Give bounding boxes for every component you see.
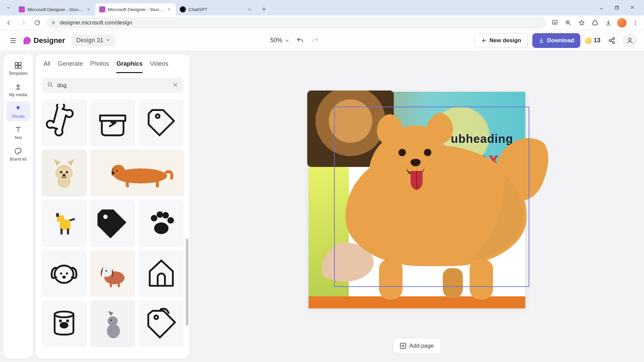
result-dog-house-outline[interactable] [139, 250, 184, 297]
tab-title: Microsoft Designer - Stunning [108, 7, 164, 12]
address-bar[interactable]: designer.microsoft.com/design [46, 17, 546, 28]
plus-icon [481, 38, 487, 44]
account-button[interactable] [623, 34, 637, 47]
result-dog-food-can-outline[interactable] [42, 300, 87, 347]
credits-counter[interactable]: 13 [585, 37, 600, 44]
svg-rect-14 [18, 66, 21, 68]
bottom-strip[interactable] [309, 296, 525, 308]
scrollbar-thumb[interactable] [186, 239, 189, 326]
svg-point-23 [111, 165, 125, 178]
svg-point-39 [55, 265, 73, 283]
new-design-button[interactable]: New design [474, 33, 527, 48]
canvas-area[interactable]: ubheading text [190, 51, 644, 362]
search-input[interactable] [57, 82, 169, 89]
extensions-icon[interactable] [590, 18, 600, 27]
chevron-down-icon [105, 37, 111, 44]
svg-point-40 [60, 273, 62, 275]
clear-search-icon[interactable] [172, 82, 178, 89]
rail-item-mymedia[interactable]: My media [6, 80, 30, 100]
result-price-tag-outline[interactable] [139, 99, 184, 146]
tabs-dropdown-button[interactable] [4, 3, 13, 12]
redo-button[interactable] [311, 36, 319, 45]
result-paw-print-solid[interactable] [139, 200, 184, 247]
panel-tab-all[interactable]: All [44, 60, 50, 73]
close-tab-icon[interactable] [86, 7, 91, 12]
forward-button[interactable] [18, 18, 28, 28]
design-name-dropdown[interactable]: Design 31 [72, 35, 115, 46]
text-icon [14, 125, 22, 134]
browser-menu-icon[interactable] [631, 18, 640, 27]
svg-rect-1 [615, 6, 618, 9]
rail-item-visuals[interactable]: Visuals [6, 101, 30, 121]
selection-outline[interactable] [334, 107, 529, 287]
rail-item-label: Brand kit [10, 157, 26, 162]
mymedia-icon [14, 82, 22, 91]
svg-rect-31 [61, 229, 63, 234]
result-beagle[interactable] [90, 250, 136, 297]
back-button[interactable] [4, 18, 14, 28]
designer-logo[interactable]: Designer [23, 36, 65, 45]
svg-point-15 [48, 82, 51, 86]
svg-point-16 [156, 114, 160, 118]
panel-tab-generate[interactable]: Generate [58, 60, 83, 73]
window-maximize-button[interactable] [609, 2, 625, 13]
reload-button[interactable] [32, 18, 42, 28]
result-dachshund[interactable] [90, 149, 184, 196]
close-tab-icon[interactable] [247, 7, 252, 12]
result-price-tag-outline-alt[interactable] [139, 300, 184, 347]
svg-rect-27 [156, 180, 159, 187]
download-label: Download [547, 37, 574, 44]
install-app-icon[interactable] [550, 18, 559, 27]
undo-button[interactable] [296, 36, 305, 45]
rail-item-text[interactable]: Text [6, 123, 30, 143]
close-tab-icon[interactable] [166, 7, 172, 12]
svg-point-33 [103, 215, 108, 219]
add-page-button[interactable]: Add page [393, 338, 441, 354]
panel-tab-videos[interactable]: Videos [150, 60, 168, 73]
result-small-dog-yellow[interactable] [42, 200, 87, 247]
result-sitting-dog-gray[interactable] [90, 300, 136, 347]
svg-point-24 [116, 170, 117, 171]
downloads-icon[interactable] [604, 18, 613, 27]
browser-tab[interactable]: Microsoft Designer - Stunning [15, 3, 95, 15]
share-button[interactable] [605, 34, 619, 47]
add-page-label: Add page [410, 343, 434, 349]
result-bone-outline[interactable] [42, 99, 87, 146]
new-tab-button[interactable] [258, 3, 270, 15]
window-close-button[interactable] [625, 2, 640, 13]
browser-tab[interactable]: Microsoft Designer - Stunning [95, 3, 176, 15]
profile-avatar[interactable] [617, 18, 627, 27]
workspace: Templates My media Visuals Text Brand ki… [0, 51, 644, 362]
svg-point-54 [111, 319, 112, 321]
left-rail: Templates My media Visuals Text Brand ki… [3, 54, 33, 359]
site-info-icon[interactable] [50, 20, 56, 26]
rail-item-templates[interactable]: Templates [6, 58, 30, 78]
zoom-dropdown[interactable]: 50% [270, 37, 290, 44]
panel-scrollbar[interactable] [186, 111, 189, 352]
templates-icon [14, 61, 22, 70]
browser-toolbar: designer.microsoft.com/design [0, 15, 644, 30]
result-dog-face-outline[interactable] [42, 250, 87, 297]
window-minimize-button[interactable] [594, 2, 609, 13]
chevron-down-icon [284, 38, 290, 43]
panel-tab-graphics[interactable]: Graphics [116, 60, 143, 73]
bookmark-star-icon[interactable] [577, 18, 586, 27]
design-name-label: Design 31 [76, 37, 103, 44]
tab-title: Microsoft Designer - Stunning [28, 7, 83, 12]
rail-item-brandkit[interactable]: Brand kit [6, 144, 30, 164]
result-dog-bowl-outline[interactable] [90, 99, 136, 146]
svg-point-34 [154, 223, 168, 234]
result-chihuahua[interactable] [42, 149, 87, 196]
menu-button[interactable] [7, 35, 19, 46]
download-button[interactable]: Download [532, 33, 580, 48]
zoom-icon[interactable] [564, 18, 573, 27]
result-price-tag-solid[interactable] [90, 200, 136, 247]
brandkit-icon [14, 147, 22, 156]
panel-tab-photos[interactable]: Photos [90, 60, 109, 73]
artboard[interactable]: ubheading text [309, 92, 525, 308]
svg-point-8 [612, 38, 614, 40]
header-center-controls: 50% [120, 36, 470, 45]
browser-tab[interactable]: ChatGPT [176, 3, 256, 15]
app-header: Designer Design 31 50% New design Downlo… [0, 30, 644, 51]
svg-rect-26 [126, 180, 129, 187]
